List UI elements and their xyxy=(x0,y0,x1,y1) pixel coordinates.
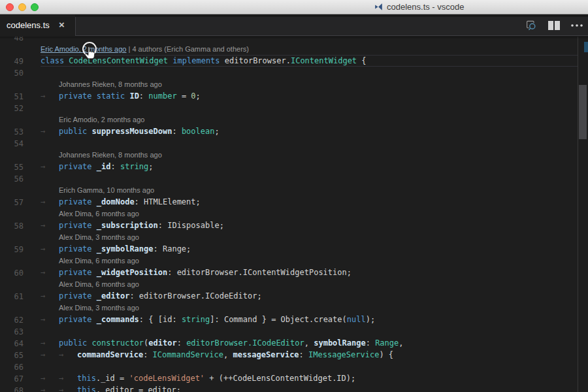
line-number: 59 xyxy=(0,244,24,255)
code-token: constructor xyxy=(92,338,144,348)
code-token: IMessageService xyxy=(308,350,379,359)
code-token: _domNode xyxy=(97,197,135,206)
code-line: 56 xyxy=(0,172,588,184)
gutter: 60 xyxy=(0,267,41,278)
tab-strip-empty-area xyxy=(75,17,588,36)
gutter: 66 xyxy=(0,361,41,372)
code-token: private xyxy=(59,268,92,277)
code-line: 62→private _commands: { [id: string]: Co… xyxy=(0,314,588,325)
code-line: 54 xyxy=(0,137,588,149)
codelens-content: Johannes Rieken, 8 months ago xyxy=(41,149,162,161)
code-token: static xyxy=(97,91,125,101)
code-token: private xyxy=(59,244,92,253)
code-text: →private _id: string; xyxy=(41,161,154,172)
tab-codelens-ts[interactable]: codelens.ts × xyxy=(0,14,75,37)
code-token: string xyxy=(120,162,148,171)
overview-ruler-border xyxy=(578,37,578,392)
tab-whitespace-arrow: → xyxy=(41,349,59,361)
code-token: private xyxy=(59,197,92,206)
code-token: + (++CodeLensContentWidget.ID); xyxy=(204,374,355,383)
split-editor-button[interactable] xyxy=(547,18,561,33)
vscode-logo-icon xyxy=(374,3,383,11)
code-token: this xyxy=(77,374,96,383)
line-number: 49 xyxy=(0,56,24,67)
gutter: 67 xyxy=(0,372,41,384)
line-number: 62 xyxy=(0,314,24,326)
gutter: 63 xyxy=(0,325,41,337)
zoom-window-button[interactable] xyxy=(31,3,39,11)
scrollbar-thumb[interactable] xyxy=(579,85,587,139)
gutter: 62 xyxy=(0,314,41,325)
editor[interactable]: 48Eric Amodio, 2 months ago | 4 authors … xyxy=(0,37,588,392)
codelens-text: Alex Dima, 3 months ago xyxy=(59,304,139,312)
code-token: : editorBrowser.IContentWidgetPosition; xyxy=(167,268,351,277)
tab-whitespace-arrow: → xyxy=(41,267,59,278)
line-number: 66 xyxy=(0,361,24,373)
codelens-text: | 4 authors (Erich Gamma and others) xyxy=(126,45,249,53)
code-text: →→commandService: ICommandService, messa… xyxy=(41,349,393,361)
line-number: 63 xyxy=(0,326,24,338)
codelens-row: Alex Dima, 6 months ago xyxy=(0,278,588,290)
window-title: codelens.ts - vscode xyxy=(387,2,465,12)
code-area: 48Eric Amodio, 2 months ago | 4 authors … xyxy=(0,37,588,392)
code-text: →private _subscription: IDisposable; xyxy=(41,220,224,231)
tab-whitespace-arrow: → xyxy=(41,161,59,172)
code-token: : { [id: xyxy=(139,315,182,324)
codelens-text: Johannes Rieken, 8 months ago xyxy=(59,80,162,88)
open-preview-button[interactable] xyxy=(524,18,538,33)
code-token: ]: Command } = Object.create( xyxy=(210,315,347,324)
tab-whitespace-arrow: → xyxy=(41,372,59,384)
tab-whitespace-arrow: → xyxy=(59,372,77,384)
line-number: 55 xyxy=(0,161,24,173)
codelens-authors-link[interactable]: Eric Amodio, 2 months ago xyxy=(41,45,126,53)
gutter xyxy=(0,78,41,90)
gutter xyxy=(0,278,41,290)
close-window-button[interactable] xyxy=(6,3,14,11)
code-token: ) { xyxy=(379,350,393,359)
gutter xyxy=(0,302,41,314)
gutter xyxy=(0,43,41,55)
code-line: 50 xyxy=(0,67,588,78)
window-title-group: codelens.ts - vscode xyxy=(374,2,465,12)
code-token: CodeLensContentWidget xyxy=(69,56,168,65)
more-actions-button[interactable] xyxy=(570,18,584,33)
code-token: ; xyxy=(214,127,219,136)
titlebar: codelens.ts - vscode xyxy=(0,0,588,14)
code-token xyxy=(87,338,91,348)
codelens-content: Alex Dima, 3 months ago xyxy=(41,302,139,314)
tab-whitespace-arrow: → xyxy=(59,349,77,361)
code-token xyxy=(92,291,97,301)
code-token: suppressMouseDown xyxy=(92,127,172,136)
gutter: 57 xyxy=(0,196,41,208)
code-token: : IDisposable; xyxy=(158,221,224,230)
magnifier-document-icon xyxy=(525,19,538,32)
code-token: this xyxy=(77,385,96,392)
code-line: 53→public suppressMouseDown: boolean; xyxy=(0,125,588,137)
line-number: 67 xyxy=(0,373,24,385)
tab-whitespace-arrow: → xyxy=(41,90,59,102)
code-token: _commands xyxy=(97,315,139,324)
minimize-window-button[interactable] xyxy=(18,3,26,11)
code-token: number xyxy=(148,91,176,101)
code-token: : xyxy=(177,338,186,348)
code-line: 59→private _symbolRange: Range; xyxy=(0,243,588,255)
code-line: 63 xyxy=(0,325,588,337)
gutter: 58 xyxy=(0,220,41,231)
code-token: editorBrowser.ICodeEditor xyxy=(186,338,304,348)
line-number: 65 xyxy=(0,350,24,361)
code-token: ; xyxy=(148,162,153,171)
code-token: , xyxy=(223,350,233,359)
code-token xyxy=(92,268,97,277)
codelens-row: Alex Dima, 3 months ago xyxy=(0,231,588,243)
tab-whitespace-arrow: → xyxy=(59,384,77,392)
line-number: 51 xyxy=(0,91,24,103)
code-text: →private _commands: { [id: string]: Comm… xyxy=(41,314,375,325)
code-token: ICommandService xyxy=(153,350,223,359)
tab-whitespace-arrow: → xyxy=(41,220,59,231)
close-icon[interactable]: × xyxy=(59,20,65,30)
codelens-text: Eric Amodio, 2 months ago xyxy=(59,116,144,123)
code-token: : editorBrowser.ICodeEditor; xyxy=(129,291,261,301)
code-token: editorBrowser. xyxy=(220,56,291,65)
code-token: , xyxy=(399,338,403,348)
code-token: messageService xyxy=(233,350,299,359)
